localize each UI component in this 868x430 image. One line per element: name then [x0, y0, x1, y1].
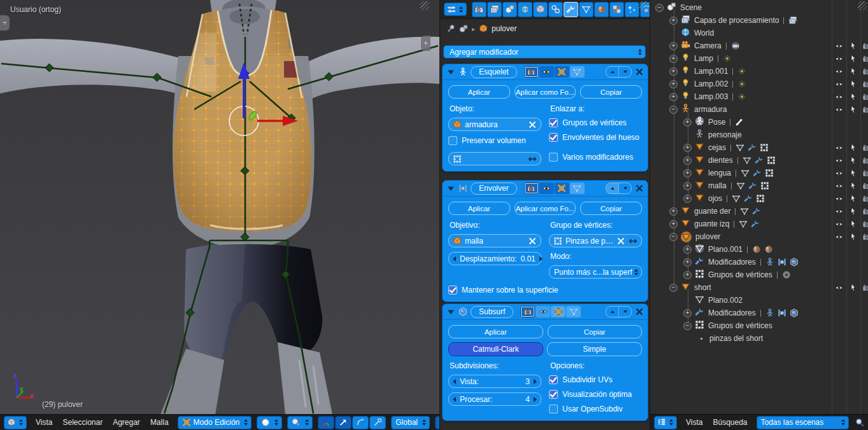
cage-toggle[interactable]	[570, 66, 585, 78]
outliner-row-pinzas-del-short[interactable]: •pinzas del short	[650, 332, 868, 345]
modifier-name-field[interactable]: Esquelet	[471, 66, 517, 78]
panel-header[interactable]: Envolver	[443, 181, 648, 197]
renderability-camera-icon[interactable]	[861, 181, 868, 191]
panel-header[interactable]: Esquelet	[443, 64, 648, 80]
menu-malla[interactable]: Malla	[146, 418, 173, 427]
render-toggle[interactable]	[520, 306, 535, 317]
expand-icon[interactable]: +	[669, 80, 678, 88]
expand-icon[interactable]	[446, 67, 455, 76]
orientation-select[interactable]: Global	[391, 416, 430, 429]
move-up-button[interactable]	[606, 67, 618, 77]
expand-icon[interactable]: +	[683, 195, 692, 203]
modifier-name-field[interactable]: Subsurf	[471, 306, 513, 318]
outliner-row-short[interactable]: −short	[650, 281, 868, 294]
expand-icon[interactable]: +	[669, 17, 678, 25]
renderability-camera-icon[interactable]	[861, 206, 868, 216]
region-resize-corner[interactable]	[420, 1, 429, 10]
shading-select[interactable]	[257, 416, 282, 429]
selectability-cursor-icon[interactable]	[848, 282, 858, 293]
tab-object[interactable]	[533, 2, 548, 17]
increment-arrow-icon[interactable]	[539, 256, 543, 261]
selectability-cursor-icon[interactable]	[848, 206, 858, 216]
visibility-eye-icon[interactable]	[834, 282, 844, 293]
outliner-row-armadura[interactable]: −armadura	[650, 103, 868, 116]
outliner-row-ojos[interactable]: +ojos	[650, 192, 868, 205]
selectability-cursor-icon[interactable]	[848, 92, 858, 102]
vertex-group-field[interactable]: Pinzas de pulover	[549, 234, 642, 247]
clear-icon[interactable]	[528, 237, 537, 246]
render-subdivisions-slider[interactable]: Procesar: 4	[448, 392, 541, 406]
move-down-button[interactable]	[618, 67, 631, 77]
display-mode-select[interactable]: Todas las escenas	[757, 416, 849, 429]
move-down-button[interactable]	[618, 183, 631, 193]
menu-seleccionar[interactable]: Seleccionar	[59, 418, 106, 427]
editor-type-button[interactable]	[4, 416, 27, 429]
outliner-row-camera[interactable]: +Camera	[650, 39, 868, 52]
collapse-icon[interactable]: −	[669, 233, 678, 241]
renderability-camera-icon[interactable]	[861, 66, 868, 76]
outliner-row-lamp-002[interactable]: +Lamp.002	[650, 78, 868, 90]
editor-type-button[interactable]	[654, 416, 677, 429]
target-field[interactable]: malla	[448, 234, 541, 247]
add-modifier-select[interactable]: Agregar modificador	[443, 45, 646, 59]
outliner-row-dientes[interactable]: +dientes	[650, 154, 868, 167]
expand-icon[interactable]: +	[683, 156, 692, 165]
renderability-camera-icon[interactable]	[861, 41, 868, 51]
renderability-camera-icon[interactable]	[861, 282, 868, 293]
outliner-row-modificadores[interactable]: +Modificadores	[650, 307, 868, 319]
move-down-button[interactable]	[618, 307, 631, 317]
renderability-camera-icon[interactable]	[861, 142, 868, 153]
expand-icon[interactable]: +	[683, 144, 692, 152]
region-resize-corner[interactable]	[858, 1, 867, 10]
expand-icon[interactable]: +	[669, 207, 678, 216]
close-icon[interactable]	[635, 184, 644, 193]
expand-icon[interactable]: +	[669, 67, 678, 76]
viewport-toggle[interactable]	[539, 183, 554, 194]
invert-icon[interactable]	[528, 155, 537, 163]
decrement-arrow-icon[interactable]	[453, 256, 456, 261]
visibility-eye-icon[interactable]	[834, 206, 844, 216]
selectability-cursor-icon[interactable]	[848, 66, 858, 76]
visibility-eye-icon[interactable]	[834, 193, 844, 204]
catmull-clark-button[interactable]: Catmull-Clark	[448, 342, 543, 356]
expand-icon[interactable]: +	[683, 246, 692, 254]
visibility-eye-icon[interactable]	[834, 219, 844, 229]
renderability-camera-icon[interactable]	[861, 155, 868, 165]
outliner-row-plano-002[interactable]: Plano.002	[650, 294, 868, 307]
clear-icon[interactable]	[616, 237, 625, 246]
apply-button[interactable]: Aplicar	[448, 325, 543, 338]
search-icon[interactable]	[855, 418, 864, 427]
render-toggle[interactable]	[524, 66, 539, 78]
expand-icon[interactable]: +	[683, 118, 692, 127]
tab-world[interactable]	[518, 2, 532, 17]
outliner-row-lamp[interactable]: +Lamp	[650, 52, 868, 65]
optimal-display-checkbox[interactable]: Visualización óptima	[549, 389, 642, 399]
outliner-row-pose[interactable]: +Pose	[650, 116, 868, 128]
outliner-row-world[interactable]: World	[650, 27, 868, 39]
selectability-cursor-icon[interactable]	[848, 104, 858, 114]
tab-render-layers[interactable]	[487, 2, 502, 17]
scale-manipulator-button[interactable]	[369, 416, 386, 429]
outliner-row-scene[interactable]: −Scene	[650, 1, 868, 14]
viewport-toggle[interactable]	[539, 66, 554, 78]
outliner-row-lamp-001[interactable]: +Lamp.001	[650, 65, 868, 78]
expand-icon[interactable]: +	[683, 169, 692, 177]
snap-vertex-button[interactable]	[435, 416, 439, 429]
menu-agregar[interactable]: Agregar	[109, 418, 144, 427]
renderability-camera-icon[interactable]	[861, 79, 868, 89]
simple-button[interactable]: Simple	[547, 342, 642, 356]
toolbar-expand-tab[interactable]: +	[0, 15, 10, 31]
visibility-eye-icon[interactable]	[834, 181, 844, 191]
outliner-row-personaje[interactable]: personaje	[650, 128, 868, 141]
outliner-row-lengua[interactable]: +lengua	[650, 167, 868, 179]
visibility-eye-icon[interactable]	[834, 41, 844, 51]
translate-manipulator-button[interactable]	[335, 416, 352, 429]
editmode-toggle[interactable]	[555, 183, 569, 194]
multi-modifier-checkbox[interactable]: Varios modificadores	[549, 152, 642, 162]
manipulator-toggle-button[interactable]	[318, 416, 334, 429]
apply-as-shape-button[interactable]: Aplicar como Fo...	[515, 85, 576, 99]
copy-button[interactable]: Copiar	[580, 202, 642, 215]
outliner-row-guante-der[interactable]: +guante der	[650, 205, 868, 218]
outliner-row-grupos-de-v-rtices[interactable]: +Grupos de vértices	[650, 268, 868, 281]
opensubdiv-checkbox[interactable]: Usar OpenSubdiv	[549, 404, 642, 414]
